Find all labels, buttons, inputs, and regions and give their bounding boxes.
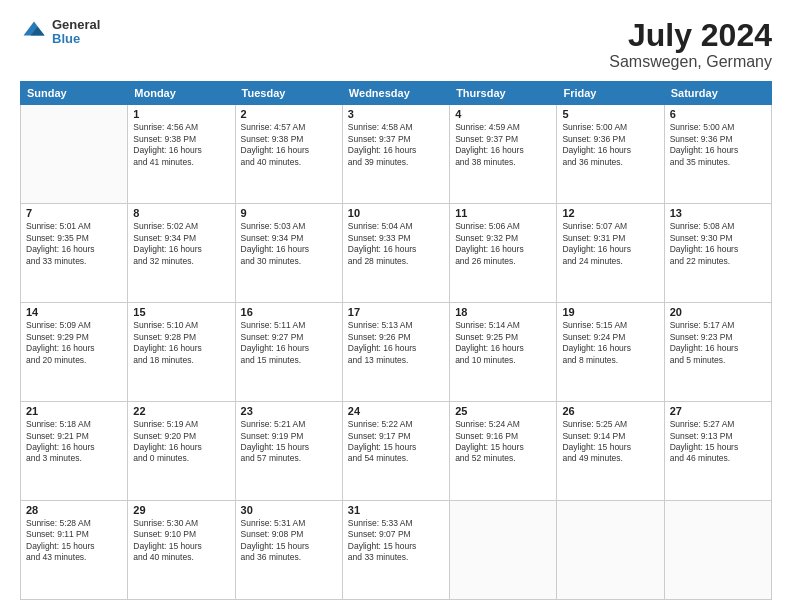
day-info: Sunrise: 5:24 AM Sunset: 9:16 PM Dayligh…	[455, 419, 551, 465]
day-info: Sunrise: 5:03 AM Sunset: 9:34 PM Dayligh…	[241, 221, 337, 267]
day-number: 21	[26, 405, 122, 417]
day-info: Sunrise: 5:19 AM Sunset: 9:20 PM Dayligh…	[133, 419, 229, 465]
day-number: 12	[562, 207, 658, 219]
calendar-cell: 4Sunrise: 4:59 AM Sunset: 9:37 PM Daylig…	[450, 105, 557, 204]
day-info: Sunrise: 5:14 AM Sunset: 9:25 PM Dayligh…	[455, 320, 551, 366]
day-info: Sunrise: 4:58 AM Sunset: 9:37 PM Dayligh…	[348, 122, 444, 168]
day-info: Sunrise: 5:02 AM Sunset: 9:34 PM Dayligh…	[133, 221, 229, 267]
day-number: 14	[26, 306, 122, 318]
calendar-cell: 23Sunrise: 5:21 AM Sunset: 9:19 PM Dayli…	[235, 402, 342, 501]
calendar-cell: 18Sunrise: 5:14 AM Sunset: 9:25 PM Dayli…	[450, 303, 557, 402]
calendar-cell	[21, 105, 128, 204]
calendar-table: SundayMondayTuesdayWednesdayThursdayFrid…	[20, 81, 772, 600]
day-info: Sunrise: 5:21 AM Sunset: 9:19 PM Dayligh…	[241, 419, 337, 465]
day-number: 22	[133, 405, 229, 417]
weekday-header: Saturday	[664, 82, 771, 105]
calendar-cell: 16Sunrise: 5:11 AM Sunset: 9:27 PM Dayli…	[235, 303, 342, 402]
day-info: Sunrise: 5:07 AM Sunset: 9:31 PM Dayligh…	[562, 221, 658, 267]
calendar-cell: 12Sunrise: 5:07 AM Sunset: 9:31 PM Dayli…	[557, 204, 664, 303]
weekday-header: Monday	[128, 82, 235, 105]
calendar-cell	[450, 501, 557, 600]
day-number: 26	[562, 405, 658, 417]
day-info: Sunrise: 5:18 AM Sunset: 9:21 PM Dayligh…	[26, 419, 122, 465]
day-info: Sunrise: 5:15 AM Sunset: 9:24 PM Dayligh…	[562, 320, 658, 366]
day-number: 10	[348, 207, 444, 219]
calendar-cell	[664, 501, 771, 600]
day-number: 13	[670, 207, 766, 219]
day-number: 6	[670, 108, 766, 120]
day-number: 3	[348, 108, 444, 120]
logo: General Blue	[20, 18, 100, 47]
day-info: Sunrise: 5:17 AM Sunset: 9:23 PM Dayligh…	[670, 320, 766, 366]
calendar-cell: 28Sunrise: 5:28 AM Sunset: 9:11 PM Dayli…	[21, 501, 128, 600]
weekday-row: SundayMondayTuesdayWednesdayThursdayFrid…	[21, 82, 772, 105]
day-number: 20	[670, 306, 766, 318]
day-info: Sunrise: 5:06 AM Sunset: 9:32 PM Dayligh…	[455, 221, 551, 267]
day-number: 25	[455, 405, 551, 417]
day-info: Sunrise: 4:57 AM Sunset: 9:38 PM Dayligh…	[241, 122, 337, 168]
calendar-cell: 1Sunrise: 4:56 AM Sunset: 9:38 PM Daylig…	[128, 105, 235, 204]
day-number: 24	[348, 405, 444, 417]
calendar-cell: 8Sunrise: 5:02 AM Sunset: 9:34 PM Daylig…	[128, 204, 235, 303]
day-number: 29	[133, 504, 229, 516]
calendar-cell: 13Sunrise: 5:08 AM Sunset: 9:30 PM Dayli…	[664, 204, 771, 303]
logo-line2: Blue	[52, 32, 100, 46]
calendar-subtitle: Samswegen, Germany	[609, 53, 772, 71]
calendar-cell: 27Sunrise: 5:27 AM Sunset: 9:13 PM Dayli…	[664, 402, 771, 501]
day-number: 27	[670, 405, 766, 417]
calendar-week-row: 14Sunrise: 5:09 AM Sunset: 9:29 PM Dayli…	[21, 303, 772, 402]
day-info: Sunrise: 5:04 AM Sunset: 9:33 PM Dayligh…	[348, 221, 444, 267]
calendar-cell	[557, 501, 664, 600]
calendar-cell: 14Sunrise: 5:09 AM Sunset: 9:29 PM Dayli…	[21, 303, 128, 402]
title-block: July 2024 Samswegen, Germany	[609, 18, 772, 71]
calendar-cell: 21Sunrise: 5:18 AM Sunset: 9:21 PM Dayli…	[21, 402, 128, 501]
day-info: Sunrise: 5:01 AM Sunset: 9:35 PM Dayligh…	[26, 221, 122, 267]
day-info: Sunrise: 5:11 AM Sunset: 9:27 PM Dayligh…	[241, 320, 337, 366]
day-number: 7	[26, 207, 122, 219]
day-number: 8	[133, 207, 229, 219]
day-number: 30	[241, 504, 337, 516]
calendar-cell: 7Sunrise: 5:01 AM Sunset: 9:35 PM Daylig…	[21, 204, 128, 303]
calendar-cell: 5Sunrise: 5:00 AM Sunset: 9:36 PM Daylig…	[557, 105, 664, 204]
calendar-cell: 31Sunrise: 5:33 AM Sunset: 9:07 PM Dayli…	[342, 501, 449, 600]
calendar-week-row: 7Sunrise: 5:01 AM Sunset: 9:35 PM Daylig…	[21, 204, 772, 303]
header: General Blue July 2024 Samswegen, German…	[20, 18, 772, 71]
calendar-week-row: 21Sunrise: 5:18 AM Sunset: 9:21 PM Dayli…	[21, 402, 772, 501]
calendar-cell: 17Sunrise: 5:13 AM Sunset: 9:26 PM Dayli…	[342, 303, 449, 402]
calendar-cell: 22Sunrise: 5:19 AM Sunset: 9:20 PM Dayli…	[128, 402, 235, 501]
day-info: Sunrise: 4:56 AM Sunset: 9:38 PM Dayligh…	[133, 122, 229, 168]
calendar-cell: 20Sunrise: 5:17 AM Sunset: 9:23 PM Dayli…	[664, 303, 771, 402]
day-info: Sunrise: 5:00 AM Sunset: 9:36 PM Dayligh…	[670, 122, 766, 168]
day-info: Sunrise: 5:09 AM Sunset: 9:29 PM Dayligh…	[26, 320, 122, 366]
day-number: 11	[455, 207, 551, 219]
weekday-header: Friday	[557, 82, 664, 105]
day-info: Sunrise: 5:28 AM Sunset: 9:11 PM Dayligh…	[26, 518, 122, 564]
day-info: Sunrise: 5:30 AM Sunset: 9:10 PM Dayligh…	[133, 518, 229, 564]
calendar-cell: 19Sunrise: 5:15 AM Sunset: 9:24 PM Dayli…	[557, 303, 664, 402]
calendar-cell: 3Sunrise: 4:58 AM Sunset: 9:37 PM Daylig…	[342, 105, 449, 204]
weekday-header: Tuesday	[235, 82, 342, 105]
day-info: Sunrise: 5:22 AM Sunset: 9:17 PM Dayligh…	[348, 419, 444, 465]
day-number: 31	[348, 504, 444, 516]
day-number: 4	[455, 108, 551, 120]
day-number: 1	[133, 108, 229, 120]
calendar-cell: 9Sunrise: 5:03 AM Sunset: 9:34 PM Daylig…	[235, 204, 342, 303]
calendar-header: SundayMondayTuesdayWednesdayThursdayFrid…	[21, 82, 772, 105]
calendar-week-row: 28Sunrise: 5:28 AM Sunset: 9:11 PM Dayli…	[21, 501, 772, 600]
day-number: 16	[241, 306, 337, 318]
day-number: 19	[562, 306, 658, 318]
day-info: Sunrise: 5:00 AM Sunset: 9:36 PM Dayligh…	[562, 122, 658, 168]
calendar-cell: 6Sunrise: 5:00 AM Sunset: 9:36 PM Daylig…	[664, 105, 771, 204]
logo-icon	[20, 18, 48, 46]
calendar-cell: 11Sunrise: 5:06 AM Sunset: 9:32 PM Dayli…	[450, 204, 557, 303]
day-number: 17	[348, 306, 444, 318]
logo-line1: General	[52, 18, 100, 32]
calendar-title: July 2024	[609, 18, 772, 53]
weekday-header: Wednesday	[342, 82, 449, 105]
calendar-week-row: 1Sunrise: 4:56 AM Sunset: 9:38 PM Daylig…	[21, 105, 772, 204]
day-number: 9	[241, 207, 337, 219]
day-info: Sunrise: 5:10 AM Sunset: 9:28 PM Dayligh…	[133, 320, 229, 366]
calendar-cell: 10Sunrise: 5:04 AM Sunset: 9:33 PM Dayli…	[342, 204, 449, 303]
calendar-body: 1Sunrise: 4:56 AM Sunset: 9:38 PM Daylig…	[21, 105, 772, 600]
calendar-cell: 26Sunrise: 5:25 AM Sunset: 9:14 PM Dayli…	[557, 402, 664, 501]
